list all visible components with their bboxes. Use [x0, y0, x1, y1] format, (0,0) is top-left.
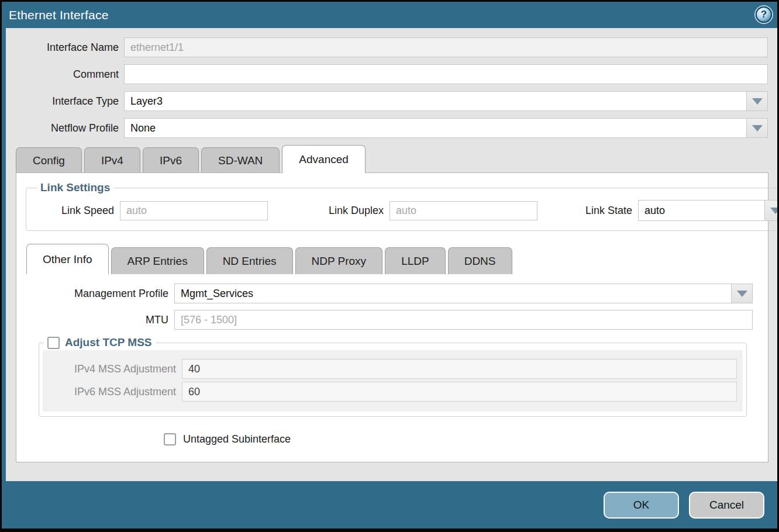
ipv6-mss-input — [182, 382, 737, 402]
subtab-arp-entries[interactable]: ARP Entries — [111, 247, 204, 274]
interface-name-input — [124, 37, 768, 57]
main-tabs: Config IPv4 IPv6 SD-WAN Advanced — [6, 145, 777, 172]
tab-sdwan[interactable]: SD-WAN — [201, 147, 280, 172]
mss-fields-box: IPv4 MSS Adjustment IPv6 MSS Adjustment — [43, 350, 743, 412]
ipv4-mss-input — [182, 359, 737, 379]
ethernet-interface-dialog: Ethernet Interface ? Interface Name Comm… — [0, 0, 779, 532]
cancel-button[interactable]: Cancel — [689, 492, 764, 519]
netflow-profile-value: None — [130, 122, 156, 134]
help-icon[interactable]: ? — [756, 6, 772, 23]
management-profile-value: Mgmt_Services — [181, 288, 253, 300]
dialog-title: Ethernet Interface — [9, 8, 109, 22]
comment-label: Comment — [6, 68, 119, 81]
interface-type-value: Layer3 — [130, 95, 163, 108]
comment-input[interactable] — [124, 64, 768, 84]
ipv4-mss-label: IPv4 MSS Adjustment — [43, 363, 176, 375]
management-profile-row: Management Profile Mgmt_Services — [16, 284, 753, 303]
subtab-ndp-proxy[interactable]: NDP Proxy — [295, 247, 383, 274]
ipv6-mss-row: IPv6 MSS Adjustment — [43, 382, 743, 402]
link-speed-label: Link Speed — [32, 205, 114, 217]
ipv6-mss-label: IPv6 MSS Adjustment — [43, 386, 176, 398]
link-state-dropdown[interactable]: auto — [638, 200, 777, 221]
link-state-dropdown-button[interactable] — [764, 201, 777, 220]
subtab-ddns[interactable]: DDNS — [448, 247, 512, 274]
chevron-down-icon — [737, 291, 747, 297]
chevron-down-icon — [752, 125, 763, 132]
interface-name-row: Interface Name — [6, 37, 768, 57]
link-settings-legend: Link Settings — [37, 181, 113, 194]
chevron-down-icon — [752, 98, 763, 105]
adjust-tcp-mss-group: Adjust TCP MSS IPv4 MSS Adjustment IPv6 … — [39, 336, 747, 417]
link-duplex-label: Link Duplex — [296, 205, 384, 217]
management-profile-label: Management Profile — [16, 288, 168, 300]
interface-type-row: Interface Type Layer3 — [6, 91, 768, 111]
untagged-subinterface-label: Untagged Subinterface — [183, 433, 291, 445]
tab-advanced[interactable]: Advanced — [282, 145, 366, 173]
management-profile-dropdown[interactable]: Mgmt_Services — [174, 284, 753, 303]
subtab-nd-entries[interactable]: ND Entries — [206, 247, 293, 274]
ok-button[interactable]: OK — [604, 492, 679, 519]
mtu-input[interactable] — [174, 310, 753, 330]
netflow-profile-dropdown-button[interactable] — [746, 119, 767, 137]
link-state-label: Link State — [574, 205, 632, 217]
link-settings-group: Link Settings Link Speed Link Duplex Lin… — [26, 181, 777, 231]
sub-tabs: Other Info ARP Entries ND Entries NDP Pr… — [16, 244, 768, 274]
adjust-tcp-mss-checkbox[interactable] — [47, 337, 60, 349]
untagged-subinterface-checkbox[interactable] — [164, 433, 176, 445]
netflow-profile-label: Netflow Profile — [6, 122, 119, 134]
dialog-body: Interface Name Comment Interface Type La… — [6, 28, 777, 481]
link-settings-row: Link Speed Link Duplex Link State auto — [32, 200, 777, 221]
interface-name-label: Interface Name — [6, 42, 119, 54]
interface-type-label: Interface Type — [6, 95, 119, 108]
link-speed-input[interactable] — [120, 201, 268, 220]
tab-config[interactable]: Config — [16, 147, 82, 172]
netflow-profile-row: Netflow Profile None — [6, 118, 768, 138]
advanced-tab-panel: Link Settings Link Speed Link Duplex Lin… — [16, 172, 768, 462]
link-state-value: auto — [644, 205, 665, 217]
tab-ipv6[interactable]: IPv6 — [143, 147, 199, 172]
other-info-panel: Management Profile Mgmt_Services MTU — [16, 274, 768, 330]
dialog-footer: OK Cancel — [2, 481, 777, 528]
chevron-down-icon — [770, 208, 778, 214]
dialog-titlebar: Ethernet Interface ? — [2, 2, 777, 28]
untagged-subinterface-row: Untagged Subinterface — [164, 433, 768, 445]
subtab-other-info[interactable]: Other Info — [26, 244, 109, 274]
netflow-profile-dropdown[interactable]: None — [124, 118, 768, 138]
ipv4-mss-row: IPv4 MSS Adjustment — [43, 359, 743, 379]
tab-ipv4[interactable]: IPv4 — [84, 147, 140, 172]
adjust-tcp-mss-legend: Adjust TCP MSS — [44, 336, 156, 349]
mtu-label: MTU — [16, 314, 168, 326]
interface-type-dropdown[interactable]: Layer3 — [124, 91, 768, 111]
link-duplex-input[interactable] — [389, 201, 537, 220]
mtu-row: MTU — [16, 310, 753, 330]
comment-row: Comment — [6, 64, 768, 84]
management-profile-dropdown-button[interactable] — [731, 284, 752, 303]
interface-type-dropdown-button[interactable] — [746, 92, 767, 110]
adjust-tcp-mss-legend-text: Adjust TCP MSS — [65, 336, 152, 349]
header-form: Interface Name Comment Interface Type La… — [6, 28, 777, 145]
subtab-lldp[interactable]: LLDP — [385, 247, 446, 274]
